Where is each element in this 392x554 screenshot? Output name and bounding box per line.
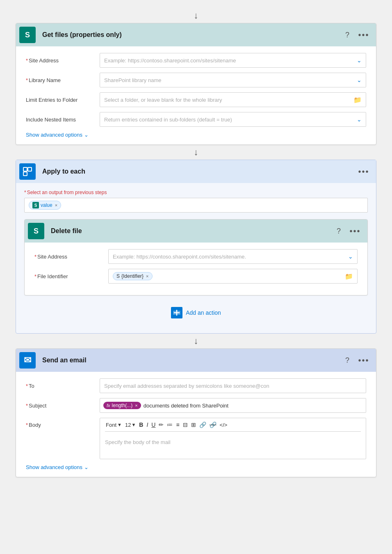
to-row: *To Specify email addresses separated by… [26, 378, 366, 393]
get-files-actions: ? ••• [342, 29, 376, 41]
svg-rect-1 [28, 167, 32, 171]
add-action-button[interactable]: Add an action [171, 307, 221, 318]
apply-icon-container [16, 160, 39, 183]
code-button[interactable]: </> [219, 422, 228, 428]
show-advanced-button-1[interactable]: Show advanced options ⌄ [26, 132, 89, 138]
connector-arrow-top: ↓ [194, 8, 198, 23]
get-files-help-button[interactable]: ? [342, 29, 353, 41]
send-email-help-button[interactable]: ? [342, 355, 353, 366]
apply-more-icon: ••• [358, 167, 369, 176]
sharepoint-icon: S [19, 27, 36, 43]
apply-to-each-title: Apply to each [39, 168, 358, 175]
file-identifier-input[interactable]: S {Identifier} × 📁 [108, 269, 358, 284]
to-input[interactable]: Specify email addresses separated by sem… [100, 378, 366, 393]
value-token-close[interactable]: × [55, 203, 57, 208]
body-toolbar: Font ▼ 12 ▼ B I U ✏ ≔ ≡ ⊟ [105, 421, 361, 428]
loop-icon [19, 163, 36, 180]
identifier-folder-icon: 📁 [345, 272, 353, 280]
site-address-chevron: ⌄ [357, 57, 362, 64]
delete-more-icon: ••• [349, 227, 360, 236]
include-nested-row: Include Nested Items Return entries cont… [26, 112, 366, 127]
chevron-down-icon-1: ⌄ [84, 132, 89, 138]
value-token-icon: S [32, 202, 39, 208]
font-size-container[interactable]: 12 ▼ [124, 422, 137, 428]
toolbar-divider [105, 431, 361, 432]
fx-token-close[interactable]: × [135, 403, 137, 408]
show-advanced-button-2[interactable]: Show advanced options ⌄ [26, 464, 89, 470]
apply-to-each-body: *Select an output from previous steps S … [16, 183, 376, 333]
limit-folder-input[interactable]: Select a folder, or leave blank for the … [100, 92, 366, 107]
to-label: *To [26, 383, 100, 389]
chevron-down-icon-2: ⌄ [84, 464, 89, 470]
send-email-actions: ? ••• [342, 355, 376, 366]
highlight-button[interactable]: ✏ [158, 421, 164, 428]
font-chevron: ▼ [117, 422, 122, 427]
outlook-icon: ✉ [19, 352, 36, 369]
limit-folder-label: Limit Entries to Folder [26, 97, 100, 103]
unlink-button[interactable]: 🔗 [209, 421, 217, 428]
output-field[interactable]: S value × [24, 198, 368, 213]
limit-folder-row: Limit Entries to Folder Select a folder,… [26, 92, 366, 107]
send-email-icon-container: ✉ [16, 349, 39, 372]
get-files-more-button[interactable]: ••• [358, 29, 369, 41]
subject-input[interactable]: fx length(...) × documents deleted from … [100, 398, 366, 413]
fontsize-chevron: ▼ [131, 422, 136, 427]
send-email-more-button[interactable]: ••• [358, 355, 369, 366]
get-files-header: S Get files (properties only) ? ••• [16, 23, 376, 46]
connector-arrow-3: ↓ [194, 334, 198, 348]
library-name-row: *Library Name SharePoint library name ⌄ [26, 73, 366, 87]
get-files-icon-container: S [16, 23, 39, 46]
delete-file-actions: ? ••• [333, 225, 367, 237]
send-email-header: ✉ Send an email ? ••• [16, 349, 376, 372]
italic-button[interactable]: I [146, 421, 149, 428]
subject-text: documents deleted from SharePoint [144, 403, 228, 409]
link-button[interactable]: 🔗 [198, 421, 207, 428]
svg-rect-0 [23, 167, 27, 171]
body-placeholder[interactable]: Specify the body of the mail [105, 435, 361, 456]
font-select-container[interactable]: Font ▼ [105, 422, 123, 428]
apply-more-button[interactable]: ••• [358, 166, 369, 177]
get-files-title: Get files (properties only) [39, 31, 342, 39]
add-action-icon [171, 307, 182, 318]
subject-row: *Subject fx length(...) × documents dele… [26, 398, 366, 413]
body-editor[interactable]: Font ▼ 12 ▼ B I U ✏ ≔ ≡ ⊟ [100, 418, 366, 459]
include-nested-input[interactable]: Return entries contained in sub-folders … [100, 112, 366, 127]
ordered-list-button[interactable]: ≡ [175, 421, 180, 428]
delete-site-address-input[interactable]: Example: https://contoso.sharepoint.com/… [108, 249, 358, 264]
identifier-token: S {Identifier} × [113, 272, 153, 280]
file-identifier-label: *File Identifier [34, 273, 108, 279]
delete-site-address-label: *Site Address [34, 254, 108, 260]
subject-label: *Subject [26, 403, 100, 409]
limit-folder-icon: 📁 [353, 96, 362, 104]
output-label: *Select an output from previous steps [24, 190, 368, 195]
library-name-input[interactable]: SharePoint library name ⌄ [100, 73, 366, 87]
fx-token: fx length(...) × [103, 402, 141, 409]
delete-site-chevron: ⌄ [348, 253, 353, 260]
value-token: S value × [29, 201, 61, 210]
underline-button[interactable]: U [150, 421, 156, 428]
site-address-row: *Site Address Example: https://contoso.s… [26, 53, 366, 68]
body-label: *Body [26, 422, 100, 428]
unordered-list-button[interactable]: ≔ [166, 421, 173, 428]
apply-to-each-actions: ••• [358, 166, 376, 177]
delete-file-more-button[interactable]: ••• [349, 225, 361, 237]
include-nested-chevron: ⌄ [357, 116, 362, 123]
delete-file-icon-container: S [25, 220, 48, 243]
more-icon: ••• [358, 30, 369, 40]
get-files-body: *Site Address Example: https://contoso.s… [16, 46, 376, 144]
delete-site-address-row: *Site Address Example: https://contoso.s… [34, 249, 358, 264]
delete-file-body: *Site Address Example: https://contoso.s… [25, 243, 367, 295]
add-action-area: Add an action [24, 295, 368, 327]
delete-sharepoint-icon: S [28, 223, 44, 239]
apply-to-each-card: Apply to each ••• *Select an output from… [16, 160, 376, 334]
send-email-body: *To Specify email addresses separated by… [16, 372, 376, 477]
delete-file-help-button[interactable]: ? [333, 225, 344, 237]
decrease-indent-button[interactable]: ⊟ [182, 421, 189, 428]
help-icon: ? [345, 31, 349, 39]
increase-indent-button[interactable]: ⊞ [190, 421, 197, 428]
site-address-input[interactable]: Example: https://contoso.sharepoint.com/… [100, 53, 366, 68]
bold-button[interactable]: B [138, 421, 144, 428]
loop-icon-svg [23, 167, 32, 176]
identifier-token-close[interactable]: × [146, 274, 148, 279]
get-files-card: S Get files (properties only) ? ••• *Sit… [16, 23, 376, 145]
